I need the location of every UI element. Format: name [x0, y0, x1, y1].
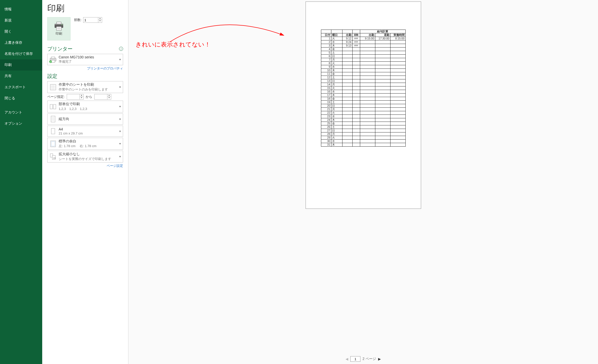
table-row: 10木 [321, 69, 405, 72]
prev-page-icon[interactable]: ◀ [346, 357, 348, 361]
margin-select[interactable]: 標準の余白 左: 1.78 cm 右: 1.78 cm ▼ [47, 138, 123, 150]
scope-title: 作業中のシートを印刷 [59, 82, 119, 87]
table-row: 8火 [321, 62, 405, 65]
print-button[interactable]: 印刷 [47, 17, 71, 40]
table-row: 1火9:12###9:15:0017:30:008:15:00 [321, 37, 405, 40]
svg-point-11 [49, 60, 52, 63]
sidebar-item-new[interactable]: 新規 [0, 15, 42, 26]
table-header: 退勤 [352, 33, 360, 37]
paper-title: A4 [59, 127, 119, 131]
down-icon[interactable]: ▼ [80, 97, 83, 99]
page-to-input[interactable] [94, 94, 107, 100]
page-total-label: 2 ページ [362, 357, 376, 361]
table-row: 6日 [321, 55, 405, 58]
printer-section-title: プリンター [47, 46, 73, 52]
svg-rect-9 [51, 57, 55, 58]
table-row: 28月 [321, 132, 405, 136]
scale-title: 拡大縮小なし [59, 152, 119, 156]
sidebar-item-print[interactable]: 印刷 [0, 59, 42, 71]
sidebar-item-options[interactable]: オプション [0, 118, 42, 129]
page-range-label: ページ指定: [47, 95, 65, 99]
svg-rect-10 [51, 60, 55, 62]
table-row: 29火 [321, 136, 405, 140]
table-row: 16水 [321, 90, 405, 94]
sidebar-item-open[interactable]: 開く [0, 26, 42, 37]
table-row: 17木 [321, 94, 405, 97]
scaling-select[interactable]: 100 拡大縮小なし シートを実際のサイズで印刷します ▼ [47, 151, 123, 163]
copies-down-icon[interactable]: ▼ [98, 20, 102, 22]
printer-device-icon [49, 55, 57, 64]
svg-rect-18 [53, 104, 56, 109]
sidebar-item-share[interactable]: 共有 [0, 71, 42, 82]
table-row: 7月 [321, 58, 405, 62]
next-page-icon[interactable]: ▶ [378, 357, 381, 361]
scope-sub: 作業中のシートのみを印刷します [59, 87, 119, 92]
printer-properties-link[interactable]: プリンターのプロパティ [87, 66, 123, 70]
margin-title: 標準の余白 [59, 139, 119, 144]
pager: ◀ 2 ページ ▶ [128, 354, 598, 364]
margin-icon [49, 140, 57, 148]
table-row: 24木 [321, 118, 405, 122]
table-row: 31木 [321, 143, 405, 147]
printer-select[interactable]: Canon MG7100 series 準備完了 ▼ [47, 54, 123, 65]
page-to-spinner[interactable]: ▲▼ [94, 94, 111, 100]
table-row: 22火 [321, 111, 405, 115]
sidebar-item-save[interactable]: 上書き保存 [0, 37, 42, 48]
down-icon[interactable]: ▼ [107, 97, 111, 99]
page-title: 印刷 [47, 3, 123, 14]
scale-sub: シートを実際のサイズで印刷します [59, 157, 119, 161]
page-setup-link[interactable]: ページ設定 [107, 164, 123, 168]
collate-title: 部単位で印刷 [59, 102, 119, 106]
page-number-input[interactable] [350, 356, 360, 362]
preview-page: 給与計算 日付曜日出勤退勤出勤退勤実働時間 1火9:12###9:15:0017… [306, 2, 421, 209]
table-row: 21月 [321, 108, 405, 111]
copies-input[interactable] [83, 17, 98, 23]
table-row: 3木9:13### [321, 44, 405, 48]
table-row: 26土 [321, 125, 405, 129]
copies-label: 部数: [74, 18, 82, 22]
printer-icon [54, 22, 64, 31]
table-header: 退勤 [375, 33, 390, 37]
table-header: 曜日 [331, 33, 342, 37]
orientation-select[interactable]: 縦方向 ▼ [47, 113, 123, 125]
scale-icon: 100 [49, 152, 57, 161]
table-row: 5土 [321, 51, 405, 55]
table-header: 出勤 [360, 33, 375, 37]
annotation-text: きれいに表示されてない！ [135, 40, 211, 49]
table-header: 出勤 [342, 33, 352, 37]
page-range-sep: から [86, 95, 92, 99]
table-row: 13日 [321, 79, 405, 83]
sidebar-item-close[interactable]: 閉じる [0, 93, 42, 104]
sidebar-item-save-as[interactable]: 名前を付けて保存 [0, 48, 42, 59]
table-row: 27日 [321, 129, 405, 132]
portrait-icon [49, 115, 57, 123]
chevron-down-icon: ▼ [119, 118, 121, 121]
copies-spinner[interactable]: ▲ ▼ [83, 17, 102, 23]
table-merged-header: 給与計算 [360, 30, 405, 33]
sidebar-item-account[interactable]: アカウント [0, 107, 42, 118]
paper-size-select[interactable]: A4 21 cm x 29.7 cm ▼ [47, 126, 123, 137]
table-row: 2水9:24### [321, 40, 405, 44]
paper-sub: 21 cm x 29.7 cm [59, 131, 119, 135]
chevron-down-icon: ▼ [119, 130, 121, 133]
sidebar-item-info[interactable]: 情報 [0, 4, 42, 15]
svg-point-3 [62, 25, 62, 25]
printer-name: Canon MG7100 series [59, 55, 119, 59]
svg-rect-17 [50, 104, 53, 109]
info-icon[interactable]: i [119, 47, 123, 51]
print-scope-select[interactable]: 作業中のシートを印刷 作業中のシートのみを印刷します ▼ [47, 81, 123, 93]
table-row: 18金 [321, 97, 405, 101]
sidebar-item-export[interactable]: エクスポート [0, 82, 42, 93]
backstage-sidebar: 情報 新規 開く 上書き保存 名前を付けて保存 印刷 共有 エクスポート 閉じる… [0, 0, 42, 364]
print-button-label: 印刷 [56, 31, 62, 36]
page-from-spinner[interactable]: ▲▼ [67, 94, 84, 100]
table-row: 19土 [321, 101, 405, 104]
table-row: 15火 [321, 86, 405, 90]
chevron-down-icon: ▼ [119, 58, 121, 61]
printer-status: 準備完了 [59, 59, 119, 64]
collate-select[interactable]: 部単位で印刷 1,2,3 1,2,3 1,2,3 ▼ [47, 101, 123, 112]
table-row: 23水 [321, 115, 405, 118]
table-row: 25金 [321, 122, 405, 125]
page-from-input[interactable] [67, 94, 80, 100]
table-row: 11金 [321, 72, 405, 76]
